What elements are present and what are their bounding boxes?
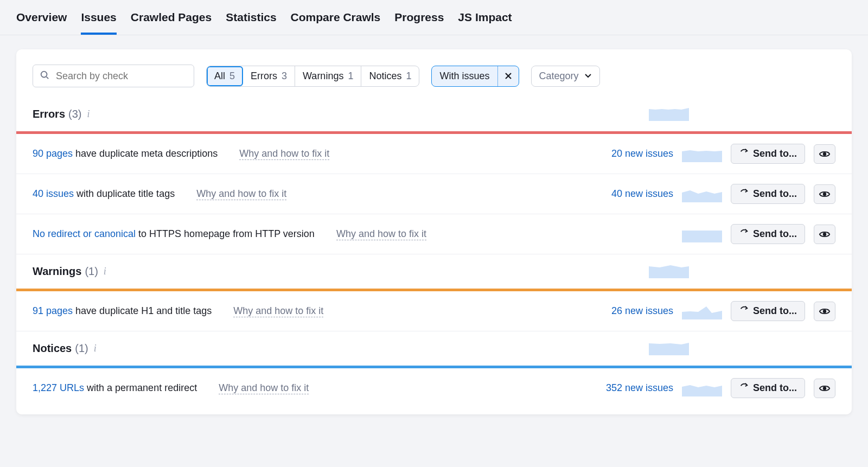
svg-point-9: [824, 387, 826, 389]
filter-warnings-label: Warnings: [303, 71, 343, 82]
filter-errors[interactable]: Errors 3: [243, 66, 295, 86]
hide-button[interactable]: [814, 225, 835, 244]
fix-link[interactable]: Why and how to fix it: [239, 148, 329, 160]
hide-button[interactable]: [814, 144, 835, 164]
filter-notices[interactable]: Notices 1: [361, 66, 419, 86]
fix-link[interactable]: Why and how to fix it: [219, 382, 309, 394]
category-dropdown[interactable]: Category: [531, 66, 600, 87]
issue-sparkline: [682, 146, 722, 162]
tab-progress[interactable]: Progress: [394, 11, 444, 35]
notices-section-header: Notices (1) i: [16, 331, 852, 366]
issue-link[interactable]: 1,227 URLs: [33, 382, 84, 393]
svg-point-5: [824, 193, 826, 195]
fix-link[interactable]: Why and how to fix it: [336, 228, 426, 240]
new-issues-link[interactable]: 352 new issues: [606, 382, 673, 394]
issue-desc: 40 issues with duplicate title tags: [33, 188, 175, 200]
top-tabs: Overview Issues Crawled Pages Statistics…: [0, 0, 868, 35]
warnings-count: (1): [85, 265, 98, 278]
issue-desc: 1,227 URLs with a permanent redirect: [33, 382, 197, 394]
send-label: Send to...: [753, 382, 797, 394]
notices-count: (1): [75, 342, 88, 355]
tab-compare-crawls[interactable]: Compare Crawls: [291, 11, 381, 35]
svg-point-7: [824, 233, 826, 235]
issues-card: All 5 Errors 3 Warnings 1 Notices 1 With…: [16, 49, 852, 414]
send-to-button[interactable]: Send to...: [731, 224, 805, 244]
send-icon: [739, 305, 749, 317]
send-label: Send to...: [753, 148, 797, 159]
errors-count: (3): [68, 108, 81, 120]
errors-title: Errors: [33, 108, 65, 120]
filter-all[interactable]: All 5: [207, 66, 243, 86]
send-to-button[interactable]: Send to...: [731, 301, 805, 321]
hide-button[interactable]: [814, 302, 835, 321]
issue-sparkline: [682, 380, 722, 396]
close-icon[interactable]: [497, 66, 519, 86]
fix-link[interactable]: Why and how to fix it: [233, 305, 323, 317]
svg-point-8: [824, 310, 826, 312]
search-icon: [40, 70, 49, 82]
issue-row: 91 pages have duplicate H1 and title tag…: [16, 291, 852, 331]
issue-link[interactable]: 40 issues: [33, 188, 74, 199]
errors-section-header: Errors (3) i: [16, 97, 852, 131]
filters-bar: All 5 Errors 3 Warnings 1 Notices 1 With…: [16, 49, 852, 97]
send-to-button[interactable]: Send to...: [731, 378, 805, 398]
info-icon[interactable]: i: [94, 343, 97, 354]
svg-point-0: [41, 71, 47, 77]
errors-sparkline: [649, 105, 689, 124]
filter-warnings[interactable]: Warnings 1: [295, 66, 361, 86]
with-issues-chip[interactable]: With issues: [431, 66, 519, 87]
filter-errors-count: 3: [282, 71, 287, 82]
tab-js-impact[interactable]: JS Impact: [458, 11, 512, 35]
issue-row: 1,227 URLs with a permanent redirect Why…: [16, 368, 852, 408]
tab-statistics[interactable]: Statistics: [226, 11, 276, 35]
svg-line-1: [47, 76, 49, 79]
issue-desc: 90 pages have duplicate meta description…: [33, 148, 218, 159]
tab-overview[interactable]: Overview: [16, 11, 67, 35]
warnings-sparkline: [649, 262, 689, 281]
chevron-down-icon: [584, 71, 592, 82]
issue-link[interactable]: No redirect or canonical: [33, 228, 136, 239]
issue-link[interactable]: 91 pages: [33, 305, 73, 316]
tab-issues[interactable]: Issues: [81, 11, 116, 35]
fix-link[interactable]: Why and how to fix it: [196, 188, 286, 200]
issue-text: have duplicate H1 and title tags: [73, 305, 212, 316]
hide-button[interactable]: [814, 184, 835, 204]
issue-text: to HTTPS homepage from HTTP version: [136, 228, 315, 239]
send-label: Send to...: [753, 305, 797, 317]
tab-crawled-pages[interactable]: Crawled Pages: [131, 11, 212, 35]
filter-warnings-count: 1: [348, 71, 353, 82]
warnings-title: Warnings: [33, 265, 81, 278]
send-icon: [739, 228, 749, 240]
issue-link[interactable]: 90 pages: [33, 148, 73, 159]
type-filter: All 5 Errors 3 Warnings 1 Notices 1: [206, 66, 419, 87]
send-icon: [739, 148, 749, 160]
issue-desc: 91 pages have duplicate H1 and title tag…: [33, 305, 212, 317]
filter-notices-label: Notices: [369, 71, 401, 82]
notices-title: Notices: [33, 342, 72, 355]
issue-sparkline: [682, 226, 722, 242]
send-icon: [739, 382, 749, 394]
new-issues-link[interactable]: 26 new issues: [611, 305, 673, 317]
new-issues-link[interactable]: 40 new issues: [611, 188, 673, 200]
new-issues-link[interactable]: 20 new issues: [611, 148, 673, 159]
issue-sparkline: [682, 186, 722, 202]
send-label: Send to...: [753, 188, 797, 200]
notices-sparkline: [649, 339, 689, 358]
issue-row: No redirect or canonical to HTTPS homepa…: [16, 214, 852, 254]
send-to-button[interactable]: Send to...: [731, 144, 805, 164]
filter-notices-count: 1: [406, 71, 411, 82]
info-icon[interactable]: i: [87, 108, 90, 120]
filter-all-count: 5: [229, 71, 235, 82]
info-icon[interactable]: i: [104, 266, 106, 277]
search-input-wrap[interactable]: [33, 65, 194, 87]
search-input[interactable]: [55, 70, 187, 82]
send-icon: [739, 188, 749, 200]
filter-errors-label: Errors: [251, 71, 277, 82]
svg-point-4: [824, 152, 826, 155]
hide-button[interactable]: [814, 379, 835, 398]
issue-text: with a permanent redirect: [84, 382, 197, 393]
issue-row: 90 pages have duplicate meta description…: [16, 134, 852, 174]
issue-row: 40 issues with duplicate title tags Why …: [16, 174, 852, 214]
send-to-button[interactable]: Send to...: [731, 184, 805, 204]
issue-desc: No redirect or canonical to HTTPS homepa…: [33, 228, 315, 240]
